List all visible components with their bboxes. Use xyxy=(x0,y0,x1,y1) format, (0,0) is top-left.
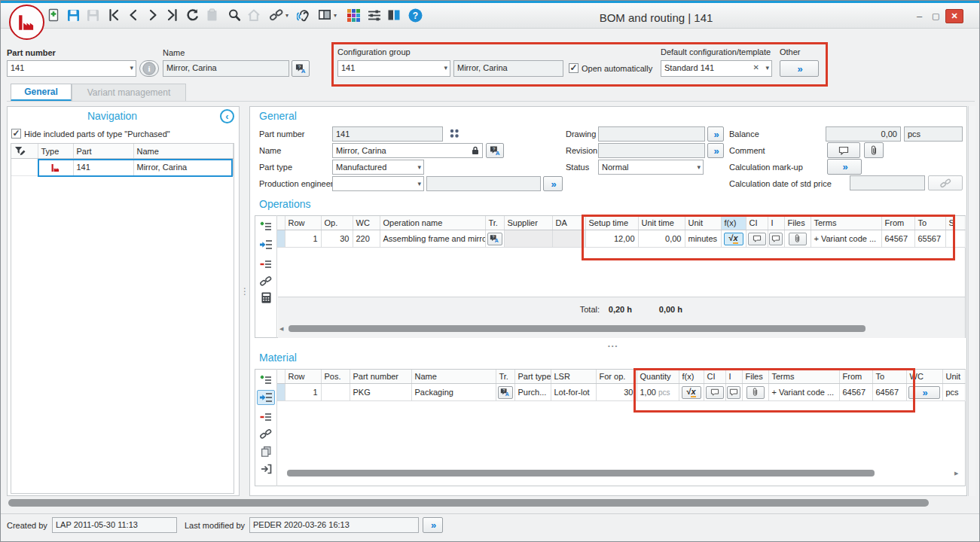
op-col-i[interactable]: I xyxy=(768,216,784,230)
help-icon[interactable]: ? xyxy=(408,8,423,23)
go-next-icon[interactable] xyxy=(145,8,160,23)
scroll-right-icon[interactable]: ▶ xyxy=(954,470,958,477)
go-first-icon[interactable] xyxy=(106,8,121,23)
production-engineer-more-button[interactable]: » xyxy=(543,176,563,191)
other-button[interactable]: » xyxy=(780,60,819,77)
mat-col-files[interactable]: Files xyxy=(742,370,768,384)
op-col-setup-time[interactable]: Setup time xyxy=(585,216,638,230)
mat-col-pos[interactable]: Pos. xyxy=(321,370,350,384)
chevron-down-icon[interactable]: ▾ xyxy=(417,181,421,187)
hide-purchased-checkbox[interactable]: ✓ xyxy=(11,129,21,139)
op-col-ci[interactable]: CI xyxy=(746,216,768,230)
scroll-left-icon[interactable]: ◀ xyxy=(279,326,283,332)
status-combo[interactable]: Normal ▾ xyxy=(598,160,704,175)
calculator-icon[interactable] xyxy=(257,290,275,305)
nav-filter-header[interactable] xyxy=(11,144,38,159)
maximize-icon[interactable]: ▢ xyxy=(932,11,939,21)
general-name-field[interactable]: Mirror, Carina xyxy=(332,143,483,158)
chevron-down-icon[interactable]: ▾ xyxy=(765,65,769,72)
color-grid-icon[interactable] xyxy=(346,8,361,23)
search-icon[interactable] xyxy=(227,8,242,23)
chevron-down-icon[interactable]: ▾ xyxy=(130,65,133,72)
translate-button[interactable]: ?A xyxy=(292,60,310,77)
chevron-down-icon[interactable]: ▾ xyxy=(444,65,447,72)
op-col-unit[interactable]: Unit xyxy=(685,216,721,230)
copy-icon[interactable] xyxy=(257,443,275,458)
collapse-navigation-icon[interactable]: ‹ xyxy=(220,109,234,123)
save-icon[interactable] xyxy=(66,8,81,23)
translate-button[interactable]: ?A xyxy=(486,143,504,158)
mat-col-part-number[interactable]: Part number xyxy=(350,370,411,384)
nav-col-name[interactable]: Name xyxy=(133,144,234,159)
nav-col-part[interactable]: Part xyxy=(73,144,133,159)
configuration-group-combo[interactable]: 141 ▾ xyxy=(337,60,450,77)
op-col-operation-name[interactable]: Operation name xyxy=(380,216,485,230)
main-vertical-scrollbar[interactable] xyxy=(968,106,975,496)
comment-button[interactable] xyxy=(748,233,766,245)
mat-col-row[interactable]: Row xyxy=(285,370,321,384)
revision-more-button[interactable]: » xyxy=(707,143,724,158)
mat-col-fx[interactable]: f(x) xyxy=(679,370,704,384)
info-button[interactable]: i xyxy=(139,60,159,77)
op-col-s[interactable]: S xyxy=(945,216,966,230)
vertical-splitter-handle[interactable]: ⋮ xyxy=(240,290,249,294)
navigation-row[interactable]: 141 Mirror, Carina xyxy=(11,159,234,176)
op-col-tr[interactable]: Tr. xyxy=(485,216,504,230)
translate-button[interactable]: ?A xyxy=(487,233,502,245)
mat-col-to[interactable]: To xyxy=(872,370,906,384)
op-col-terms[interactable]: Terms xyxy=(811,216,881,230)
go-previous-icon[interactable] xyxy=(126,8,141,23)
clear-icon[interactable]: ✕ xyxy=(753,64,759,72)
listen-icon[interactable] xyxy=(296,8,311,23)
mat-col-ci[interactable]: CI xyxy=(704,370,725,384)
op-col-op[interactable]: Op. xyxy=(321,216,353,230)
mat-col-lsr[interactable]: LSR xyxy=(551,370,596,384)
send-to-icon[interactable] xyxy=(257,461,275,477)
minimize-icon[interactable]: – xyxy=(917,11,922,22)
files-button[interactable] xyxy=(789,233,807,245)
translate-button[interactable]: ?A xyxy=(498,386,513,399)
new-document-icon[interactable] xyxy=(46,8,61,23)
production-engineer-combo[interactable]: ▾ xyxy=(332,176,424,191)
calc-markup-button[interactable]: » xyxy=(827,159,862,175)
add-filter-icon[interactable] xyxy=(14,146,35,156)
formula-button[interactable]: √x xyxy=(682,386,701,399)
chevron-down-icon[interactable]: ▾ xyxy=(697,164,701,171)
drawing-more-button[interactable]: » xyxy=(707,126,724,142)
calc-date-link-button[interactable] xyxy=(928,175,963,190)
insert-row-icon[interactable] xyxy=(257,390,275,405)
chevron-down-icon[interactable]: ▾ xyxy=(417,164,421,171)
window-layout-dropdown-icon[interactable]: ▾ xyxy=(334,12,337,19)
files-button[interactable] xyxy=(746,386,765,399)
mat-col-for-op[interactable]: For op. xyxy=(596,370,637,384)
name-header-field[interactable]: Mirror, Carina xyxy=(163,60,289,77)
mat-col-terms[interactable]: Terms xyxy=(768,370,839,384)
mat-col-name[interactable]: Name xyxy=(411,370,496,384)
tab-variant-management[interactable]: Variant management xyxy=(72,84,186,102)
material-row[interactable]: 1 PKG Packaging ?A Purch... Lot-for-lot … xyxy=(277,384,966,401)
related-windows-icon[interactable] xyxy=(449,128,459,139)
internal-comment-button[interactable] xyxy=(727,386,740,399)
delete-row-icon[interactable] xyxy=(257,410,275,425)
general-part-type-combo[interactable]: Manufactured ▾ xyxy=(332,160,424,175)
mat-col-part-type[interactable]: Part type xyxy=(514,370,551,384)
add-row-icon[interactable] xyxy=(257,219,275,234)
tab-general[interactable]: General xyxy=(11,84,72,102)
mat-col-unit[interactable]: Unit xyxy=(942,370,966,384)
chain-link-icon[interactable] xyxy=(257,273,275,288)
link-dropdown-icon[interactable]: ▾ xyxy=(285,12,289,19)
chain-link-icon[interactable] xyxy=(257,426,275,441)
delete-row-icon[interactable] xyxy=(257,257,275,272)
add-row-icon[interactable] xyxy=(257,373,275,388)
mat-col-from[interactable]: From xyxy=(839,370,872,384)
attachment-button[interactable] xyxy=(864,142,884,158)
mat-col-i[interactable]: I xyxy=(725,370,742,384)
part-number-combo[interactable]: 141 ▾ xyxy=(7,60,136,77)
op-col-row[interactable]: Row xyxy=(285,216,321,230)
op-col-from[interactable]: From xyxy=(881,216,914,230)
comment-button[interactable] xyxy=(827,142,860,158)
material-hscrollbar-thumb[interactable] xyxy=(287,470,875,477)
history-more-button[interactable]: » xyxy=(423,517,443,533)
operations-row[interactable]: 1 30 220 Assembling frame and mirror ?A … xyxy=(277,230,966,248)
internal-comment-button[interactable] xyxy=(769,233,783,245)
